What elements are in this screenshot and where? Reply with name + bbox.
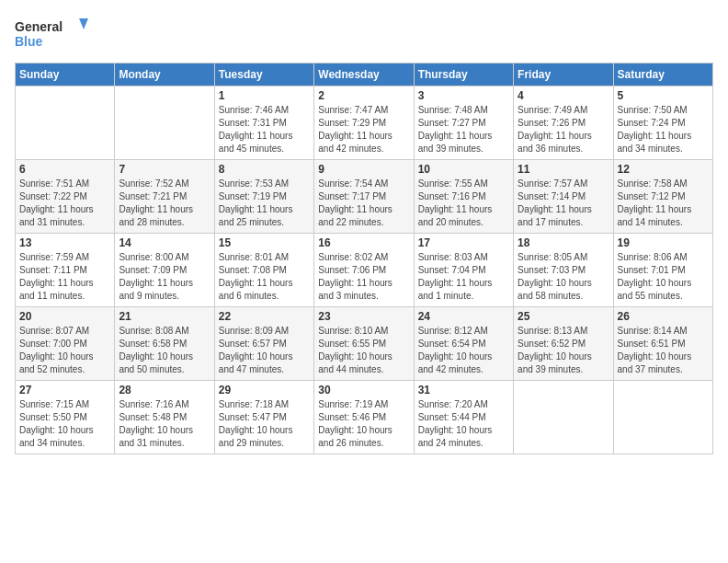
calendar-cell (514, 381, 613, 454)
calendar-week-5: 27Sunrise: 7:15 AM Sunset: 5:50 PM Dayli… (16, 381, 713, 454)
svg-marker-2 (79, 18, 88, 29)
day-info: Sunrise: 7:58 AM Sunset: 7:12 PM Dayligh… (618, 178, 709, 229)
day-info: Sunrise: 7:15 AM Sunset: 5:50 PM Dayligh… (19, 398, 110, 450)
weekday-header-thursday: Thursday (414, 63, 513, 86)
day-info: Sunrise: 7:19 AM Sunset: 5:46 PM Dayligh… (318, 398, 409, 450)
day-number: 29 (219, 384, 310, 396)
day-info: Sunrise: 8:10 AM Sunset: 6:55 PM Dayligh… (318, 325, 409, 376)
weekday-header-wednesday: Wednesday (314, 63, 414, 86)
calendar-cell: 18Sunrise: 8:05 AM Sunset: 7:03 PM Dayli… (514, 234, 613, 307)
day-info: Sunrise: 8:00 AM Sunset: 7:09 PM Dayligh… (119, 251, 210, 303)
day-info: Sunrise: 8:09 AM Sunset: 6:57 PM Dayligh… (219, 325, 310, 376)
day-number: 9 (318, 163, 409, 176)
svg-text:General: General (15, 19, 63, 34)
day-info: Sunrise: 7:53 AM Sunset: 7:19 PM Dayligh… (219, 178, 310, 229)
calendar-cell: 10Sunrise: 7:55 AM Sunset: 7:16 PM Dayli… (414, 160, 513, 234)
calendar-cell: 14Sunrise: 8:00 AM Sunset: 7:09 PM Dayli… (115, 234, 214, 307)
day-number: 10 (418, 163, 509, 176)
day-number: 25 (518, 310, 609, 323)
calendar-cell: 20Sunrise: 8:07 AM Sunset: 7:00 PM Dayli… (16, 307, 115, 381)
day-info: Sunrise: 7:46 AM Sunset: 7:31 PM Dayligh… (219, 104, 310, 155)
weekday-header-sunday: Sunday (16, 63, 115, 86)
day-number: 15 (219, 236, 310, 249)
day-info: Sunrise: 8:05 AM Sunset: 7:03 PM Dayligh… (518, 251, 609, 303)
day-number: 16 (318, 236, 409, 249)
day-info: Sunrise: 7:55 AM Sunset: 7:16 PM Dayligh… (418, 178, 509, 229)
calendar-cell: 3Sunrise: 7:48 AM Sunset: 7:27 PM Daylig… (414, 86, 513, 160)
day-info: Sunrise: 7:50 AM Sunset: 7:24 PM Dayligh… (618, 104, 709, 155)
day-number: 22 (219, 310, 310, 323)
calendar-cell: 19Sunrise: 8:06 AM Sunset: 7:01 PM Dayli… (613, 234, 712, 307)
day-number: 14 (119, 236, 210, 249)
calendar-cell: 25Sunrise: 8:13 AM Sunset: 6:52 PM Dayli… (514, 307, 613, 381)
day-info: Sunrise: 7:48 AM Sunset: 7:27 PM Dayligh… (418, 104, 509, 155)
day-number: 19 (618, 236, 709, 249)
calendar-cell: 11Sunrise: 7:57 AM Sunset: 7:14 PM Dayli… (514, 160, 613, 234)
weekday-header-monday: Monday (115, 63, 214, 86)
day-number: 28 (119, 384, 210, 396)
calendar-cell: 26Sunrise: 8:14 AM Sunset: 6:51 PM Dayli… (613, 307, 712, 381)
calendar-cell: 29Sunrise: 7:18 AM Sunset: 5:47 PM Dayli… (214, 381, 313, 454)
calendar-cell: 6Sunrise: 7:51 AM Sunset: 7:22 PM Daylig… (16, 160, 115, 234)
calendar-cell: 27Sunrise: 7:15 AM Sunset: 5:50 PM Dayli… (16, 381, 115, 454)
calendar-cell (16, 86, 115, 160)
day-info: Sunrise: 7:57 AM Sunset: 7:14 PM Dayligh… (518, 178, 609, 229)
day-number: 7 (119, 163, 210, 176)
calendar-cell: 30Sunrise: 7:19 AM Sunset: 5:46 PM Dayli… (314, 381, 414, 454)
day-info: Sunrise: 7:20 AM Sunset: 5:44 PM Dayligh… (418, 398, 509, 450)
day-number: 21 (119, 310, 210, 323)
calendar-week-4: 20Sunrise: 8:07 AM Sunset: 7:00 PM Dayli… (16, 307, 713, 381)
day-info: Sunrise: 8:14 AM Sunset: 6:51 PM Dayligh… (618, 325, 709, 376)
day-number: 3 (418, 89, 509, 102)
day-info: Sunrise: 7:52 AM Sunset: 7:21 PM Dayligh… (119, 178, 210, 229)
day-number: 6 (19, 163, 110, 176)
calendar-cell: 28Sunrise: 7:16 AM Sunset: 5:48 PM Dayli… (115, 381, 214, 454)
calendar-cell: 31Sunrise: 7:20 AM Sunset: 5:44 PM Dayli… (414, 381, 513, 454)
weekday-header-friday: Friday (514, 63, 613, 86)
day-info: Sunrise: 8:02 AM Sunset: 7:06 PM Dayligh… (318, 251, 409, 303)
weekday-header-tuesday: Tuesday (214, 63, 313, 86)
day-info: Sunrise: 8:08 AM Sunset: 6:58 PM Dayligh… (119, 325, 210, 376)
calendar-week-3: 13Sunrise: 7:59 AM Sunset: 7:11 PM Dayli… (16, 234, 713, 307)
day-number: 1 (219, 89, 310, 102)
calendar-cell: 17Sunrise: 8:03 AM Sunset: 7:04 PM Dayli… (414, 234, 513, 307)
page-header: General Blue (15, 15, 713, 53)
calendar-cell (613, 381, 712, 454)
day-info: Sunrise: 8:12 AM Sunset: 6:54 PM Dayligh… (418, 325, 509, 376)
day-number: 4 (518, 89, 609, 102)
day-number: 5 (618, 89, 709, 102)
day-number: 23 (318, 310, 409, 323)
calendar-week-2: 6Sunrise: 7:51 AM Sunset: 7:22 PM Daylig… (16, 160, 713, 234)
svg-text:Blue: Blue (15, 34, 43, 49)
day-info: Sunrise: 8:06 AM Sunset: 7:01 PM Dayligh… (618, 251, 709, 303)
calendar-cell: 13Sunrise: 7:59 AM Sunset: 7:11 PM Dayli… (16, 234, 115, 307)
day-number: 27 (19, 384, 110, 396)
calendar-cell: 8Sunrise: 7:53 AM Sunset: 7:19 PM Daylig… (214, 160, 313, 234)
day-number: 2 (318, 89, 409, 102)
day-number: 13 (19, 236, 110, 249)
calendar-cell: 21Sunrise: 8:08 AM Sunset: 6:58 PM Dayli… (115, 307, 214, 381)
calendar-cell: 16Sunrise: 8:02 AM Sunset: 7:06 PM Dayli… (314, 234, 414, 307)
calendar-cell: 12Sunrise: 7:58 AM Sunset: 7:12 PM Dayli… (613, 160, 712, 234)
day-number: 18 (518, 236, 609, 249)
weekday-header-saturday: Saturday (613, 63, 712, 86)
day-number: 20 (19, 310, 110, 323)
day-info: Sunrise: 7:51 AM Sunset: 7:22 PM Dayligh… (19, 178, 110, 229)
calendar-cell: 4Sunrise: 7:49 AM Sunset: 7:26 PM Daylig… (514, 86, 613, 160)
logo: General Blue (15, 15, 88, 53)
calendar-cell: 15Sunrise: 8:01 AM Sunset: 7:08 PM Dayli… (214, 234, 313, 307)
day-info: Sunrise: 7:59 AM Sunset: 7:11 PM Dayligh… (19, 251, 110, 303)
calendar-cell (115, 86, 214, 160)
day-info: Sunrise: 7:16 AM Sunset: 5:48 PM Dayligh… (119, 398, 210, 450)
calendar-cell: 23Sunrise: 8:10 AM Sunset: 6:55 PM Dayli… (314, 307, 414, 381)
day-number: 26 (618, 310, 709, 323)
day-info: Sunrise: 8:13 AM Sunset: 6:52 PM Dayligh… (518, 325, 609, 376)
day-number: 12 (618, 163, 709, 176)
day-number: 24 (418, 310, 509, 323)
calendar-cell: 22Sunrise: 8:09 AM Sunset: 6:57 PM Dayli… (214, 307, 313, 381)
day-number: 8 (219, 163, 310, 176)
day-info: Sunrise: 7:47 AM Sunset: 7:29 PM Dayligh… (318, 104, 409, 155)
day-number: 11 (518, 163, 609, 176)
day-info: Sunrise: 7:18 AM Sunset: 5:47 PM Dayligh… (219, 398, 310, 450)
calendar-cell: 7Sunrise: 7:52 AM Sunset: 7:21 PM Daylig… (115, 160, 214, 234)
